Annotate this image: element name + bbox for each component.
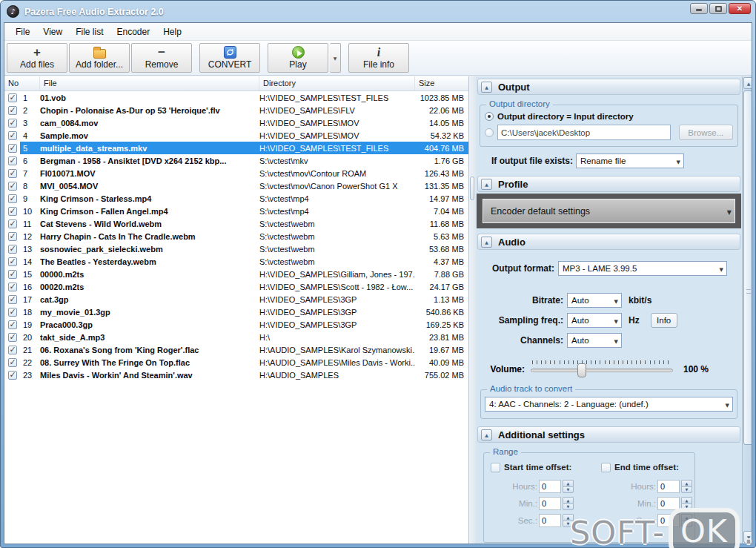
- remove-button[interactable]: Remove: [131, 43, 192, 73]
- row-checkbox[interactable]: [8, 333, 17, 342]
- table-row[interactable]: 6 Bergman - 1958 - Ansiktet [DVD x264 21…: [4, 154, 468, 167]
- table-row[interactable]: 19 Praca000.3gp H:\VIDEO_SAMPLES\3GP 169…: [4, 318, 468, 331]
- panel-scrollbar[interactable]: [742, 76, 752, 544]
- row-checkbox[interactable]: [8, 144, 17, 153]
- table-row[interactable]: 23 Miles Davis - Workin' And Steamin'.wa…: [4, 369, 468, 381]
- row-checkbox[interactable]: [8, 169, 17, 178]
- table-row[interactable]: 14 The Beatles - Yesterday.webm S:\vctes…: [4, 255, 468, 268]
- profile-select[interactable]: Encoder default settings: [483, 199, 735, 223]
- minimize-button[interactable]: [690, 3, 708, 14]
- end-hours-stepper[interactable]: [681, 480, 692, 493]
- column-header-file[interactable]: File: [40, 76, 259, 90]
- table-row[interactable]: 17 cat.3gp H:\VIDEO_SAMPLES\3GP 1.13 MB: [4, 293, 468, 306]
- row-checkbox[interactable]: [8, 283, 17, 291]
- table-row[interactable]: 22 08. Surrey With The Fringe On Top.fla…: [4, 356, 468, 369]
- row-checkbox[interactable]: [8, 371, 17, 380]
- row-checkbox[interactable]: [8, 131, 17, 140]
- spin-down-icon[interactable]: [563, 486, 574, 494]
- slider-thumb[interactable]: [577, 363, 586, 377]
- row-checkbox[interactable]: [8, 308, 17, 317]
- spin-up-icon[interactable]: [681, 480, 692, 486]
- panel-splitter[interactable]: [469, 76, 476, 544]
- table-row[interactable]: 11 Cat Stevens - Wild World.webm S:\vcte…: [4, 217, 468, 230]
- row-checkbox[interactable]: [8, 156, 17, 165]
- info-button[interactable]: Info: [651, 313, 677, 328]
- table-row[interactable]: 21 06. Roxana's Song from 'King Roger'.f…: [4, 343, 468, 356]
- channels-select[interactable]: Auto: [567, 333, 622, 348]
- start-hours-stepper[interactable]: [563, 480, 574, 493]
- sampling-select[interactable]: Auto: [567, 313, 622, 328]
- menu-encoder[interactable]: Encoder: [110, 24, 156, 39]
- row-checkbox[interactable]: [8, 346, 17, 354]
- row-checkbox[interactable]: [8, 232, 17, 241]
- volume-slider[interactable]: [531, 360, 673, 379]
- row-checkbox[interactable]: [8, 320, 17, 329]
- row-checkbox[interactable]: [8, 93, 17, 102]
- output-format-select[interactable]: MP3 - LAME 3.99.5: [558, 261, 727, 276]
- row-checkbox[interactable]: [8, 194, 17, 203]
- start-sec-input[interactable]: 0: [539, 514, 561, 527]
- column-header-size[interactable]: Size: [415, 76, 468, 90]
- table-row[interactable]: 4 Sample.mov H:\VIDEO_SAMPLES\MOV 54.32 …: [4, 129, 468, 142]
- close-button[interactable]: [729, 3, 751, 14]
- add-folder-button[interactable]: Add folder...: [69, 43, 130, 73]
- browse-button[interactable]: Browse...: [679, 125, 733, 140]
- bitrate-select[interactable]: Auto: [567, 293, 622, 308]
- output-directory-input[interactable]: [497, 125, 671, 140]
- row-checkbox[interactable]: [8, 119, 17, 128]
- row-checkbox[interactable]: [8, 358, 17, 367]
- table-row[interactable]: 2 Chopin - Polonaise As-Dur op 53 'Heroi…: [4, 104, 468, 116]
- table-row[interactable]: 13 sosnowiec_park_sielecki.webm S:\vctes…: [4, 242, 468, 255]
- collapse-audio-button[interactable]: [481, 237, 492, 248]
- end-hours-input[interactable]: 0: [657, 480, 680, 493]
- column-header-directory[interactable]: Directory: [259, 76, 415, 90]
- menu-file-list[interactable]: File list: [69, 24, 110, 39]
- radio-output-equals-input[interactable]: [485, 112, 494, 121]
- start-time-offset-checkbox[interactable]: [491, 463, 500, 472]
- row-checkbox[interactable]: [8, 270, 17, 279]
- maximize-button[interactable]: [709, 3, 727, 14]
- table-row[interactable]: 16 00020.m2ts H:\VIDEO_SAMPLES\Scott - 1…: [4, 280, 468, 293]
- row-checkbox[interactable]: [8, 219, 17, 228]
- menu-help[interactable]: Help: [156, 24, 188, 39]
- row-checkbox[interactable]: [8, 245, 17, 254]
- table-row[interactable]: 1 01.vob H:\VIDEO_SAMPLES\TEST_FILES 102…: [4, 91, 468, 104]
- table-row[interactable]: 3 cam_0084.mov H:\VIDEO_SAMPLES\MOV 14.0…: [4, 116, 468, 129]
- row-checkbox[interactable]: [8, 207, 17, 216]
- collapse-profile-button[interactable]: [481, 179, 492, 190]
- play-dropdown-button[interactable]: [330, 43, 341, 73]
- collapse-additional-button[interactable]: [481, 429, 492, 440]
- slider-track[interactable]: [531, 369, 673, 372]
- file-info-button[interactable]: File info: [348, 43, 409, 73]
- play-button[interactable]: Play: [268, 43, 328, 73]
- row-checkbox[interactable]: [8, 106, 17, 115]
- spin-down-icon[interactable]: [681, 486, 692, 494]
- add-files-button[interactable]: Add files: [7, 43, 67, 73]
- start-hours-input[interactable]: 0: [539, 480, 561, 493]
- table-row[interactable]: 15 00000.m2ts H:\VIDEO_SAMPLES\Gilliam, …: [4, 268, 468, 280]
- table-row[interactable]: 12 Harry Chapin - Cats In The Cradle.web…: [4, 230, 468, 242]
- audio-track-select[interactable]: 4: AAC - Channels: 2 - Language: (undef.…: [485, 397, 733, 412]
- menu-view[interactable]: View: [36, 24, 69, 39]
- table-row[interactable]: 9 King Crimson - Starless.mp4 S:\vctest\…: [4, 192, 468, 205]
- splitter-grip-icon[interactable]: [470, 176, 474, 200]
- column-header-no[interactable]: No: [4, 76, 40, 90]
- start-min-input[interactable]: 0: [539, 497, 561, 510]
- table-row[interactable]: 7 FI010071.MOV S:\vctest\mov\Contour ROA…: [4, 167, 468, 179]
- row-checkbox[interactable]: [8, 182, 17, 191]
- output-exists-select[interactable]: Rename file: [576, 153, 684, 168]
- table-row[interactable]: 8 MVI_0054.MOV S:\vctest\mov\Canon Power…: [4, 179, 468, 192]
- spin-up-icon[interactable]: [563, 497, 574, 504]
- scrollbar-thumb[interactable]: [743, 90, 752, 445]
- row-checkbox[interactable]: [8, 257, 17, 266]
- scroll-up-icon[interactable]: [743, 77, 752, 89]
- table-row[interactable]: 18 my_movie_01.3gp H:\VIDEO_SAMPLES\3GP …: [4, 306, 468, 318]
- radio-custom-output-dir[interactable]: [485, 128, 494, 137]
- menu-file[interactable]: File: [9, 24, 36, 39]
- collapse-output-button[interactable]: [481, 82, 492, 93]
- end-time-offset-checkbox[interactable]: [601, 463, 611, 472]
- convert-button[interactable]: CONVERT: [199, 43, 260, 73]
- spin-up-icon[interactable]: [563, 480, 574, 486]
- table-row[interactable]: 5 multiple_data_streams.mkv H:\VIDEO_SAM…: [4, 142, 468, 154]
- spin-up-icon[interactable]: [681, 497, 692, 504]
